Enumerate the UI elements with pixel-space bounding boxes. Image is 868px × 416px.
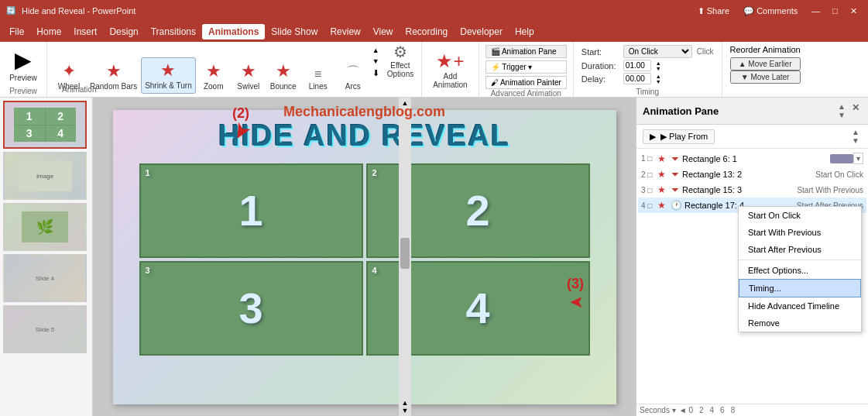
duration-label: Duration: — [582, 61, 620, 70]
pane-up-button[interactable]: ▲ — [835, 102, 848, 111]
slide-thumb-2[interactable]: 2 ★ Image — [3, 152, 87, 200]
start-label: Start: — [582, 47, 620, 57]
animation-item-2[interactable]: 2 □ ★ ⏷ Rectangle 13: 2 Start On Click — [638, 167, 866, 182]
play-icon: ▶ — [650, 132, 656, 142]
menu-insert[interactable]: Insert — [67, 24, 103, 40]
scroll-top-arrow[interactable]: ▲ — [402, 99, 409, 107]
menu-animations[interactable]: Animations — [202, 24, 265, 40]
menu-design[interactable]: Design — [103, 24, 144, 40]
scroll-down-button[interactable]: ▼ — [371, 56, 381, 67]
slide-thumb-3[interactable]: 3 🌿 — [3, 203, 87, 251]
duration-input[interactable] — [623, 60, 651, 71]
slide-title: HIDE AND REVEAL — [113, 110, 616, 157]
move-later-button[interactable]: ▼ Move Later — [730, 70, 801, 84]
context-hide-timeline[interactable]: Hide Advanced Timeline — [739, 297, 861, 315]
animation-scroll: ▲ ▼ ⬇ — [371, 45, 381, 80]
animation-zoom-button[interactable]: ★ Zoom — [197, 59, 231, 94]
scroll-up-button[interactable]: ▲ — [371, 45, 381, 56]
duration-down-arrow[interactable]: ▼ — [654, 66, 663, 71]
slide-img-4[interactable]: Slide 4 — [3, 254, 87, 302]
trigger-button[interactable]: ⚡ Trigger ▾ — [485, 60, 567, 74]
delay-up-arrow[interactable]: ▲ — [654, 74, 663, 79]
menu-slideshow[interactable]: Slide Show — [265, 24, 324, 40]
list-down-button[interactable]: ▼ — [849, 136, 862, 145]
duration-up-arrow[interactable]: ▲ — [654, 60, 663, 66]
delay-input[interactable] — [623, 73, 651, 84]
start-select[interactable]: On Click With Previous After Previous — [623, 45, 692, 58]
slide-thumb-4[interactable]: 4 Slide 4 — [3, 254, 87, 302]
slide-thumb-5[interactable]: 5 Slide 5 — [3, 305, 87, 353]
ribbon-group-preview: ▶ Preview Preview — [0, 42, 47, 97]
animation-pane-button[interactable]: 🎬 Animation Pane — [485, 45, 567, 58]
menu-view[interactable]: View — [367, 24, 400, 40]
menu-file[interactable]: File — [3, 24, 30, 40]
list-up-button[interactable]: ▲ — [849, 128, 862, 136]
menu-review[interactable]: Review — [324, 24, 366, 40]
grid-cell-3: 3 3 — [139, 261, 363, 356]
menu-transitions[interactable]: Transitions — [145, 24, 202, 40]
cell-small-num-2: 2 — [372, 168, 377, 177]
slide-img-5[interactable]: Slide 5 — [3, 305, 87, 353]
shrinkturn-label: Shrink & Turn — [145, 81, 192, 91]
comments-button[interactable]: 💬 Comments — [739, 5, 802, 18]
effect-options-button[interactable]: ⚙ EffectOptions — [384, 41, 417, 80]
time-0: ◄ 0 — [679, 406, 693, 414]
context-start-onclick[interactable]: Start On Click — [739, 207, 861, 224]
reorder-group: Reorder Animation ▲ Move Earlier ▼ Move … — [722, 42, 808, 97]
seconds-label: Seconds ▾ — [640, 406, 676, 414]
context-start-with[interactable]: Start With Previous — [739, 224, 861, 241]
lines-icon: ≡ — [314, 67, 321, 81]
randombars-icon: ★ — [106, 61, 122, 81]
animation-shrinkturn-button[interactable]: ★ Shrink & Turn — [141, 57, 196, 94]
item2-type-icon: ⏷ — [671, 169, 680, 180]
preview-icon: ▶ — [15, 47, 32, 73]
item1-bar — [830, 154, 853, 163]
slide-img-2[interactable]: Image — [3, 152, 87, 200]
preview-button[interactable]: ▶ Preview — [6, 45, 40, 85]
context-timing[interactable]: Timing... — [739, 279, 861, 297]
scroll-more-button[interactable]: ⬇ — [371, 67, 381, 80]
item4-clock-icon: 🕐 — [671, 200, 682, 211]
animation-bounce-button[interactable]: ★ Bounce — [266, 59, 300, 94]
menu-recording[interactable]: Recording — [400, 24, 455, 40]
pane-down-button[interactable]: ▼ — [835, 111, 848, 119]
item1-dropdown-button[interactable]: ▾ — [853, 153, 863, 164]
animation-item-1[interactable]: 1 □ ★ ⏷ Rectangle 6: 1 ▾ — [638, 150, 866, 167]
slide-scrollbar[interactable]: ▲ ▲ ▼ — [399, 98, 411, 416]
animation-swivel-button[interactable]: ★ Swivel — [232, 59, 266, 94]
bounce-icon: ★ — [276, 61, 291, 81]
slide-thumb-1[interactable]: 1 ★ 1 2 3 4 — [3, 101, 87, 149]
slide-panel: 1 ★ 1 2 3 4 2 ★ Image — [0, 98, 93, 416]
cell-big-num-1: 1 — [238, 185, 262, 236]
context-start-after[interactable]: Start After Previous — [739, 241, 861, 258]
slide-main: HIDE AND REVEAL 1 1 2 2 3 3 — [113, 110, 616, 404]
animation-pane: Animation Pane ▲ ▼ ✕ ▶ ▶ Play From ▲ ▼ — [636, 98, 868, 416]
context-effect-options[interactable]: Effect Options... — [739, 262, 861, 279]
animation-painter-button[interactable]: 🖌 Animation Painter — [485, 76, 567, 89]
minimize-button[interactable]: — — [807, 5, 825, 18]
slide-img-1[interactable]: 1 2 3 4 — [3, 101, 87, 149]
pane-close-button[interactable]: ✕ — [849, 102, 862, 119]
context-remove[interactable]: Remove — [739, 315, 861, 332]
lines-label: Lines — [309, 82, 328, 91]
slide-img-3[interactable]: 🌿 — [3, 203, 87, 251]
add-animation-button[interactable]: ★+ AddAnimation — [428, 49, 472, 91]
menu-help[interactable]: Help — [509, 24, 540, 40]
cell-small-num-4: 4 — [372, 266, 377, 275]
menu-home[interactable]: Home — [30, 24, 67, 40]
scroll-thumb[interactable] — [400, 238, 410, 269]
item2-trigger: Start On Click — [815, 170, 863, 179]
move-earlier-button[interactable]: ▲ Move Earlier — [730, 57, 801, 70]
delay-down-arrow[interactable]: ▼ — [654, 79, 663, 84]
scroll-down-btn[interactable]: ▼ — [402, 407, 409, 414]
share-button[interactable]: ⬆ Share — [693, 5, 734, 18]
animation-item-3[interactable]: 3 □ ★ ⏷ Rectangle 15: 3 Start With Previ… — [638, 182, 866, 198]
item1-num: 1 □ — [641, 154, 655, 163]
maximize-button[interactable]: □ — [828, 5, 842, 18]
scroll-up-btn[interactable]: ▲ — [402, 399, 409, 407]
close-button[interactable]: ✕ — [846, 5, 862, 18]
menu-developer[interactable]: Developer — [454, 24, 509, 40]
play-from-button[interactable]: ▶ ▶ Play From — [643, 129, 715, 144]
animation-arcs-button[interactable]: ⌒ Arcs — [336, 60, 370, 94]
animation-lines-button[interactable]: ≡ Lines — [301, 65, 335, 94]
